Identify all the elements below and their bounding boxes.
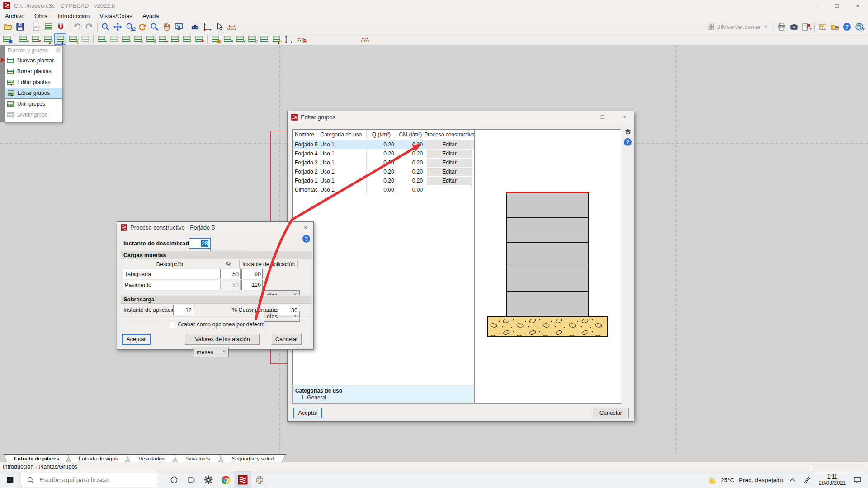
aplicacion-input[interactable]: 12 <box>173 305 193 315</box>
instante-input-2[interactable]: 120 <box>241 280 263 290</box>
dialog-help-icon[interactable]: ? <box>624 138 632 146</box>
select-icon[interactable] <box>214 22 225 32</box>
loads-icon[interactable]: ↓ <box>259 34 270 44</box>
menu-vistas-cotas[interactable]: Vistas/Cotas <box>94 12 137 20</box>
save-icon[interactable] <box>14 22 26 32</box>
panel-item-editar-plantas[interactable]: Editar plantas <box>5 77 62 88</box>
holes-icon[interactable]: □ <box>246 34 258 44</box>
tray-chevron-icon[interactable] <box>789 478 796 482</box>
floor-plan-icon[interactable]: ▦ <box>1 34 13 44</box>
redraw-icon[interactable] <box>137 22 148 32</box>
menu-archivo[interactable]: Archivo <box>0 12 29 20</box>
edit-plants-icon[interactable] <box>42 34 53 44</box>
paint-app-icon[interactable] <box>251 471 269 488</box>
table-row[interactable]: Forjado 5 Uso 1 0.20 0.20 Editar <box>293 140 474 149</box>
new-plants-icon[interactable]: + <box>18 34 29 44</box>
cuasi-input[interactable]: 30 <box>278 305 299 315</box>
settings-app-icon[interactable] <box>200 471 217 488</box>
dimension-icon[interactable]: R <box>295 34 307 44</box>
task-view-button[interactable] <box>183 471 200 488</box>
menu-introduccion[interactable]: Introducción <box>52 12 94 20</box>
descimbrado-input[interactable]: 28 <box>189 238 210 249</box>
redo-icon[interactable] <box>84 22 95 32</box>
descripcion-input-1[interactable]: Tabiquería <box>123 269 221 279</box>
table-row[interactable]: Cimentac... Uso 1 0.00 0.00 <box>293 185 474 194</box>
search-icon[interactable] <box>189 22 201 32</box>
panel-item-unir-grupos[interactable]: { Unir grupos <box>5 99 62 109</box>
aceptar-button[interactable]: Aceptar <box>122 334 151 345</box>
move-element-icon[interactable]: ↔ <box>181 34 193 44</box>
edit-groups-icon[interactable] <box>54 33 66 45</box>
add-beam-icon[interactable]: ↓ <box>132 34 144 44</box>
beams-icon[interactable]: ▣ <box>210 34 221 44</box>
tab-entrada-de-pilares[interactable]: Entrada de pilares <box>3 454 70 462</box>
connections-icon[interactable] <box>817 22 828 32</box>
insert-column-icon[interactable]: + <box>96 34 107 44</box>
editar-button[interactable]: Editar <box>427 159 472 167</box>
export-icon[interactable]: ▾ <box>801 22 812 32</box>
align-icon[interactable]: ‖ <box>145 34 156 44</box>
previous-view-icon[interactable] <box>173 22 184 32</box>
pan-icon[interactable] <box>161 22 172 32</box>
layers-icon[interactable] <box>43 22 54 32</box>
raise-floor-icon[interactable]: ↑ <box>120 34 132 44</box>
descripcion-input-2[interactable]: Pavimento <box>123 280 221 290</box>
slabs-icon[interactable]: ▾ <box>234 34 245 44</box>
split-group-icon[interactable]: } <box>80 34 91 44</box>
walls-icon[interactable]: ≡ <box>222 34 233 44</box>
tab-seguridad-y-salud[interactable]: Seguridad y salud <box>219 454 286 462</box>
help-icon[interactable]: ? <box>841 22 853 32</box>
zoom-window-icon[interactable]: □ <box>149 22 160 32</box>
capture-icon[interactable] <box>788 22 800 32</box>
aplicacion-unit-select[interactable]: meses∨ <box>194 347 229 357</box>
table-row[interactable]: Forjado 2 Uso 1 0.20 0.20 Editar <box>293 167 474 176</box>
dialog-help-icon[interactable]: ? <box>302 235 310 243</box>
join-groups-icon[interactable]: { <box>67 34 79 44</box>
tutorial-icon[interactable] <box>623 127 632 137</box>
print-icon[interactable] <box>776 22 788 32</box>
weather-desc[interactable]: Prac. despejado <box>739 477 783 483</box>
zoom-scale-icon[interactable]: x2 <box>124 22 136 32</box>
menu-ayuda[interactable]: Ayuda <box>137 12 164 20</box>
tab-resultados[interactable]: Resultados <box>126 454 177 462</box>
cypecad-app-icon[interactable] <box>234 471 251 488</box>
stairs-icon[interactable] <box>271 34 282 44</box>
panel-item-nuevas-plantas[interactable]: + Nuevas plantas <box>5 55 62 66</box>
start-button[interactable] <box>0 471 20 488</box>
import-dxf-icon[interactable] <box>31 22 42 32</box>
delete-plants-icon[interactable]: × <box>30 34 41 44</box>
close-button[interactable]: × <box>847 0 868 11</box>
cancelar-button[interactable]: Cancelar <box>272 334 302 345</box>
zoom-icon[interactable] <box>100 22 111 32</box>
cortana-button[interactable] <box>165 471 183 488</box>
panel-close-icon[interactable]: × <box>56 47 61 53</box>
tab-entrada-de-vigas[interactable]: Entrada de vigas <box>67 454 129 462</box>
dialog-close-button[interactable]: × <box>298 222 313 233</box>
panel-item-editar-grupos[interactable]: Editar grupos <box>5 88 62 99</box>
chrome-app-icon[interactable] <box>217 471 234 488</box>
pen-icon[interactable] <box>803 476 811 484</box>
open-icon[interactable] <box>2 22 14 32</box>
table-row[interactable]: Forjado 3 Uso 1 0.20 0.20 Editar <box>293 158 474 167</box>
zoom-extents-icon[interactable] <box>112 22 123 32</box>
origin-axes-icon[interactable] <box>202 22 213 32</box>
pct-input-1[interactable]: 50 <box>220 269 241 279</box>
minimize-button[interactable]: – <box>806 0 826 11</box>
search-input[interactable] <box>38 476 153 484</box>
dialog-close-button[interactable]: × <box>613 111 634 122</box>
default-options-checkbox[interactable] <box>169 322 175 328</box>
maximize-button[interactable]: □ <box>826 0 847 11</box>
copy-column-icon[interactable]: + <box>108 34 119 44</box>
taskbar-search[interactable] <box>21 473 157 487</box>
language-icon[interactable]: ▾ <box>854 22 865 32</box>
weather-temp[interactable]: 25°C <box>721 477 734 483</box>
import-job-icon[interactable] <box>829 22 840 32</box>
undo-icon[interactable] <box>71 22 83 32</box>
weather-icon[interactable] <box>708 475 718 485</box>
table-row[interactable]: Forjado 1 Uso 1 0.20 0.20 Editar <box>293 176 474 185</box>
menu-obra[interactable]: Obra <box>29 12 52 20</box>
editar-button[interactable]: Editar <box>427 150 472 158</box>
editar-button[interactable]: Editar <box>427 168 472 176</box>
measure-icon[interactable] <box>226 22 237 32</box>
valores-instalacion-button[interactable]: Valores de instalación <box>185 334 260 345</box>
